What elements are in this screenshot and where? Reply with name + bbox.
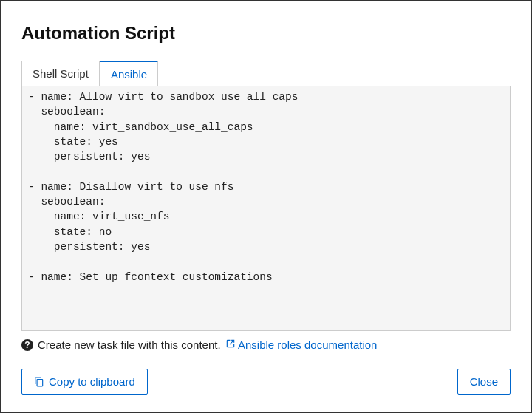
- tab-shell-script[interactable]: Shell Script: [21, 61, 100, 86]
- modal-title: Automation Script: [21, 23, 511, 44]
- question-circle-icon: ?: [21, 339, 33, 351]
- automation-script-modal: Automation Script Shell Script Ansible -…: [0, 0, 532, 413]
- external-link-icon: [225, 338, 236, 349]
- tab-bar: Shell Script Ansible: [21, 60, 511, 86]
- code-panel: - name: Allow virt to sandbox use all ca…: [21, 86, 511, 331]
- close-button[interactable]: Close: [457, 369, 511, 395]
- ansible-docs-link[interactable]: Ansible roles documentation: [225, 338, 378, 351]
- copy-button-label: Copy to clipboard: [49, 375, 135, 388]
- code-content[interactable]: - name: Allow virt to sandbox use all ca…: [22, 86, 510, 330]
- tab-ansible[interactable]: Ansible: [100, 61, 158, 86]
- modal-footer: Copy to clipboard Close: [21, 369, 511, 395]
- tab-label: Shell Script: [33, 67, 89, 80]
- link-text: Ansible roles documentation: [238, 338, 377, 351]
- close-button-label: Close: [470, 375, 498, 388]
- tab-label: Ansible: [111, 68, 147, 81]
- copy-to-clipboard-button[interactable]: Copy to clipboard: [21, 369, 148, 395]
- helper-row: ? Create new task file with this content…: [21, 338, 511, 351]
- copy-icon: [34, 377, 44, 387]
- helper-text: Create new task file with this content.: [38, 338, 221, 351]
